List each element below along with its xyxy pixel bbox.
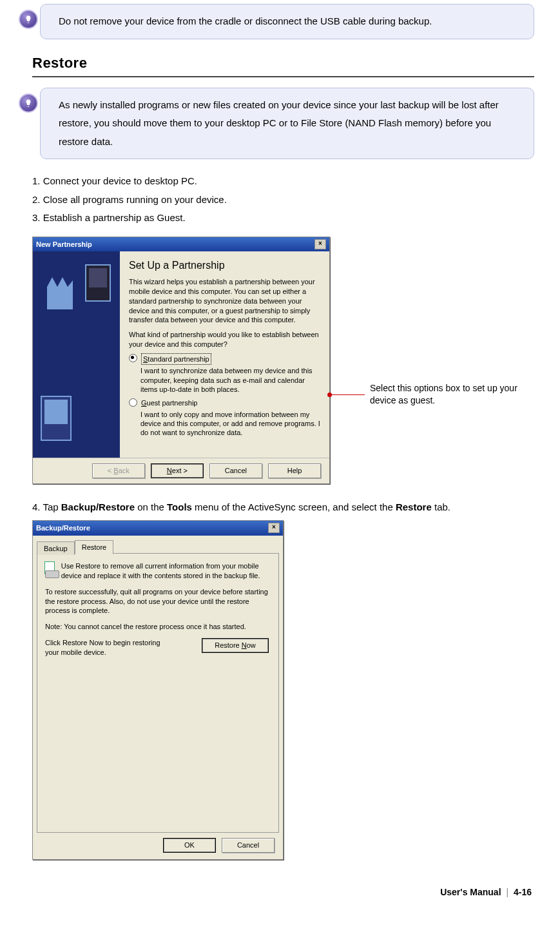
lightbulb-icon (19, 10, 38, 29)
dialog-button-row: < Back Next > Cancel Help (33, 458, 329, 483)
step-2: 2. Close all programs running on your de… (32, 191, 534, 209)
dialog-button-row: OK Cancel (33, 833, 283, 859)
dialog-title: Backup/Restore (36, 523, 90, 534)
footer-manual: User's Manual (440, 887, 501, 897)
radio-icon[interactable] (129, 354, 137, 362)
dialog-sidebar-graphic (33, 251, 120, 458)
close-icon[interactable]: × (314, 239, 326, 249)
dialog-heading: Set Up a Partnership (129, 258, 320, 273)
dialog-intro: This wizard helps you establish a partne… (129, 277, 320, 325)
footer-page-number: 4-16 (514, 887, 532, 897)
next-button[interactable]: Next > (151, 463, 204, 478)
back-button: < Back (92, 463, 145, 478)
step-1: 1. Connect your device to desktop PC. (32, 172, 534, 191)
dialog-title: New Partnership (36, 239, 92, 250)
help-button[interactable]: Help (268, 463, 321, 478)
restore-device-icon (45, 561, 55, 578)
step-3: 3. Establish a partnership as Guest. (32, 209, 534, 228)
close-icon[interactable]: × (268, 523, 280, 533)
ok-button[interactable]: OK (163, 838, 216, 853)
restore-now-button[interactable]: Restore Now (202, 638, 269, 653)
option-standard-desc: I want to synchronize data between my de… (140, 366, 320, 394)
cancel-button[interactable]: Cancel (222, 838, 275, 853)
restore-click-text: Click Restore Now to begin restoring you… (45, 638, 174, 657)
new-partnership-dialog: New Partnership × Set Up a Partnership T… (32, 237, 330, 484)
cancel-button[interactable]: Cancel (209, 463, 262, 478)
dialog-titlebar: Backup/Restore × (33, 521, 283, 536)
section-heading-restore: Restore (32, 52, 534, 77)
dialog-titlebar: New Partnership × (33, 237, 329, 252)
note-text: Do not remove your device from the cradl… (59, 15, 432, 26)
restore-note: Note: You cannot cancel the restore proc… (45, 622, 271, 632)
callout-guest-option: Select this options box to set up your d… (330, 382, 518, 407)
note-text: As newly installed programs or new files… (59, 99, 499, 147)
lightbulb-icon (19, 93, 38, 113)
page-footer: User's Manual | 4-16 (26, 886, 534, 899)
option-label: Standard partnership (141, 353, 211, 365)
restore-instructions: To restore successfully, quit all progra… (45, 587, 271, 616)
option-guest-partnership[interactable]: Guest partnership (129, 398, 320, 409)
radio-icon[interactable] (129, 398, 137, 407)
option-guest-desc: I want to only copy and move information… (140, 410, 320, 438)
tab-strip: Backup Restore (33, 540, 283, 554)
restore-tab-panel: Use Restore to remove all current inform… (37, 553, 279, 833)
restore-steps: 1. Connect your device to desktop PC. 2.… (32, 172, 534, 228)
note-box-restore-warning: As newly installed programs or new files… (40, 88, 534, 160)
restore-intro: Use Restore to remove all current inform… (61, 561, 271, 581)
tab-backup[interactable]: Backup (37, 541, 75, 556)
callout-text: Select this options box to set up your d… (370, 382, 518, 407)
option-standard-partnership[interactable]: Standard partnership (129, 353, 320, 365)
callout-line-icon (330, 394, 365, 395)
step-4: 4. Tap Backup/Restore on the Tools menu … (32, 498, 534, 517)
option-label: Guest partnership (141, 398, 197, 409)
note-box-backup-warning: Do not remove your device from the cradl… (40, 4, 534, 39)
backup-restore-dialog: Backup/Restore × Backup Restore Use Rest… (32, 520, 284, 860)
tab-restore[interactable]: Restore (75, 540, 114, 555)
dialog-question: What kind of partnership would you like … (129, 330, 320, 349)
